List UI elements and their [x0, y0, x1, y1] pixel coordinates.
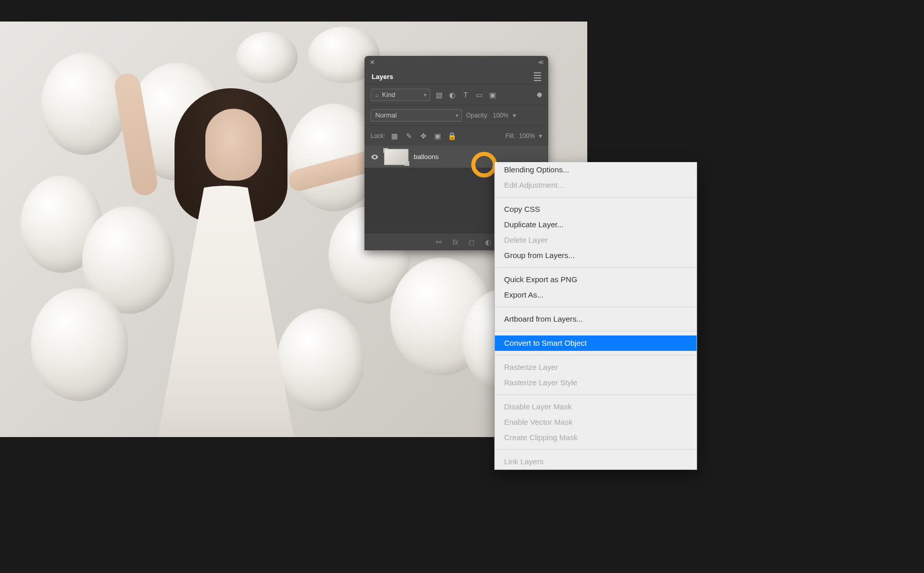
menu-separator [495, 394, 697, 395]
filter-toggle[interactable] [537, 92, 542, 97]
menu-item: Link Layers [495, 454, 697, 469]
opacity-value[interactable]: 100% [493, 112, 509, 119]
menu-item: Rasterize Layer [495, 360, 697, 375]
menu-item: Delete Layer [495, 232, 697, 248]
menu-item[interactable]: Artboard from Layers... [495, 311, 697, 327]
menu-item[interactable]: Export As... [495, 287, 697, 303]
layer-context-menu: Blending Options...Edit Adjustment...Cop… [494, 162, 697, 470]
fill-label: Fill: [506, 132, 515, 140]
menu-separator [495, 449, 697, 450]
menu-item[interactable]: Blending Options... [495, 162, 697, 177]
fx-icon[interactable]: fx [451, 238, 460, 247]
blend-row: Normal ▾ Opacity: 100% ▾ [364, 105, 548, 125]
chevron-down-icon: ▾ [456, 113, 458, 118]
filter-adjustment-icon[interactable]: ◐ [448, 90, 457, 100]
opacity-label: Opacity: [466, 112, 489, 119]
menu-separator [495, 197, 697, 197]
menu-item: Edit Adjustment... [495, 177, 697, 193]
panel-menu-icon[interactable] [534, 72, 541, 81]
lock-position-icon[interactable]: ✥ [418, 131, 429, 141]
menu-separator [495, 307, 697, 307]
menu-item[interactable]: Quick Export as PNG [495, 272, 697, 287]
menu-item: Create Clipping Mask [495, 430, 697, 445]
filter-kind-label: Kind [382, 91, 395, 98]
menu-item: Rasterize Layer Style [495, 375, 697, 390]
lock-artboard-icon[interactable]: ▣ [433, 131, 443, 141]
link-layers-icon[interactable]: ⚯ [434, 238, 444, 247]
menu-item[interactable]: Duplicate Layer... [495, 217, 697, 232]
filter-image-icon[interactable]: ▧ [434, 90, 444, 100]
lock-all-icon[interactable]: 🔒 [447, 131, 457, 141]
visibility-icon[interactable] [371, 153, 379, 161]
blend-mode-dropdown[interactable]: Normal ▾ [371, 109, 462, 122]
chevron-down-icon[interactable]: ▾ [513, 112, 516, 119]
search-icon: ⌕ [375, 91, 379, 98]
layer-name[interactable]: balloons [414, 153, 438, 161]
blend-mode-value: Normal [375, 111, 397, 119]
lock-transparency-icon[interactable]: ▩ [390, 131, 400, 141]
menu-item: Enable Vector Mask [495, 414, 697, 430]
chevron-down-icon: ▾ [424, 92, 427, 97]
filter-smartobject-icon[interactable]: ▣ [488, 90, 497, 100]
menu-item[interactable]: Group from Layers... [495, 248, 697, 263]
mask-icon[interactable]: ◻ [467, 238, 476, 247]
menu-item[interactable]: Copy CSS [495, 202, 697, 217]
chevron-down-icon[interactable]: ▾ [539, 132, 542, 140]
fill-value[interactable]: 100% [519, 132, 535, 140]
close-icon[interactable]: ✕ [370, 58, 375, 66]
filter-shape-icon[interactable]: ▭ [474, 90, 484, 100]
menu-separator [495, 331, 697, 331]
lock-label: Lock: [371, 132, 386, 140]
menu-separator [495, 355, 697, 355]
menu-item: Disable Layer Mask [495, 399, 697, 414]
layer-thumbnail[interactable] [384, 149, 409, 165]
filter-text-icon[interactable]: T [461, 90, 470, 100]
lock-brush-icon[interactable]: ✎ [404, 131, 414, 141]
filter-kind-dropdown[interactable]: ⌕ Kind ▾ [371, 89, 430, 101]
menu-separator [495, 267, 697, 268]
adjustment-layer-icon[interactable]: ◐ [484, 238, 493, 247]
menu-item[interactable]: Convert to Smart Object [495, 335, 697, 351]
layer-filter-row: ⌕ Kind ▾ ▧ ◐ T ▭ ▣ [364, 84, 548, 105]
collapse-icon[interactable]: ≪ [538, 59, 543, 66]
tutorial-highlight-ring [471, 152, 497, 177]
lock-row: Lock: ▩ ✎ ✥ ▣ 🔒 Fill: 100% ▾ [364, 125, 548, 146]
panel-title: Layers [372, 73, 393, 81]
